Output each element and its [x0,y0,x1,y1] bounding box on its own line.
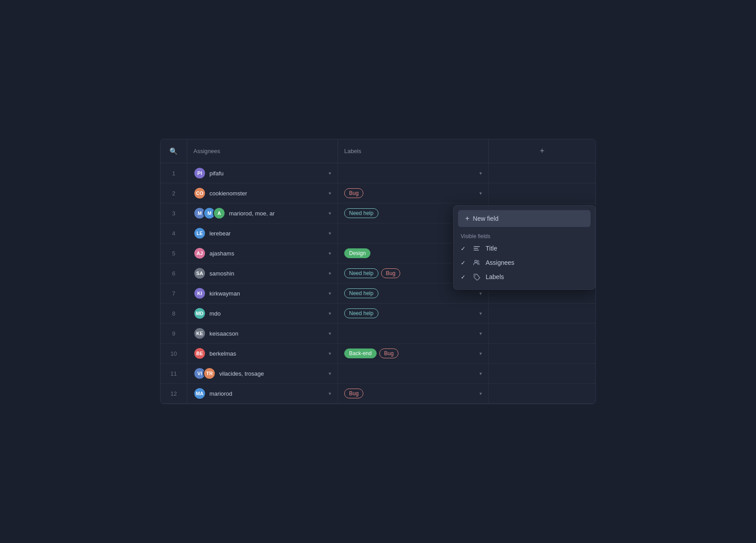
row-labels-cell[interactable]: ▾ [338,364,489,383]
row-labels-cell[interactable]: Back-endBug▾ [338,344,489,363]
avatar: SA [193,267,206,280]
search-icon[interactable]: 🔍 [169,147,178,155]
avatar: KI [193,287,206,300]
row-extra-cell [489,384,595,403]
assignees-chevron-icon[interactable]: ▾ [329,351,331,357]
row-extra-cell [489,183,595,203]
labels-header-label: Labels [344,148,361,154]
row-assignees-cell[interactable]: LElerebear▾ [187,223,338,243]
labels-chevron-icon[interactable]: ▾ [479,351,482,357]
label-badge: Need help [344,308,378,318]
row-number: 5 [161,243,187,263]
assignees-chevron-icon[interactable]: ▾ [329,311,331,316]
avatar: BE [193,347,206,360]
labels-chevron-icon[interactable]: ▾ [479,291,482,296]
assignee-name: kirkwayman [209,290,240,297]
new-field-button[interactable]: + New field [458,210,591,227]
row-assignees-cell[interactable]: PIpifafu▾ [187,163,338,183]
field-item-label: Labels [486,273,504,280]
assignee-name: ajashams [209,250,234,257]
row-assignees-cell[interactable]: MAmariorod▾ [187,384,338,403]
row-assignees-cell[interactable]: MDmdo▾ [187,304,338,323]
row-labels-cell[interactable]: ▾ [338,324,489,343]
main-table: 🔍 Assignees Labels + 1PIpifafu▾▾2COcooki… [160,139,596,404]
assignees-chevron-icon[interactable]: ▾ [329,251,331,256]
labels-header: Labels [338,139,489,163]
avatar: CO [193,187,206,199]
table-row: 11VITRvilacides, trosage▾▾ [161,364,595,384]
assignee-name: pifafu [209,170,224,177]
row-assignees-cell[interactable]: AJajashams▾ [187,243,338,263]
assignees-chevron-icon[interactable]: ▾ [329,271,331,276]
assignees-chevron-icon[interactable]: ▾ [329,291,331,296]
assignees-chevron-icon[interactable]: ▾ [329,190,331,196]
new-field-label: New field [473,215,499,222]
assignees-chevron-icon[interactable]: ▾ [329,211,331,216]
table-row: 12MAmariorod▾Bug▾ [161,384,595,404]
avatar-group: KE [193,327,206,340]
row-assignees-cell[interactable]: COcookienomster▾ [187,183,338,203]
row-extra-cell [489,304,595,323]
row-labels-cell[interactable]: Bug▾ [338,384,489,403]
row-num-header: 🔍 [161,139,187,163]
visible-fields-label: Visible fields [454,230,595,241]
field-item-labels[interactable]: ✓Labels [454,270,595,284]
table-row: 2COcookienomster▾Bug▾ [161,183,595,203]
assignees-chevron-icon[interactable]: ▾ [329,170,331,176]
svg-rect-0 [474,246,480,247]
avatar-group: AJ [193,247,206,259]
row-assignees-cell[interactable]: SAsamoshin▾ [187,263,338,283]
labels-chevron-icon[interactable]: ▾ [479,371,482,377]
label-badge: Bug [381,268,400,278]
row-number: 1 [161,163,187,183]
row-assignees-cell[interactable]: KIkirkwayman▾ [187,284,338,303]
svg-point-5 [475,276,476,276]
field-item-assignees[interactable]: ✓Assignees [454,255,595,270]
label-badge: Back-end [344,348,377,358]
field-dropdown-panel: + New field Visible fields ✓Title✓Assign… [453,205,595,290]
check-icon: ✓ [461,274,468,280]
field-item-title[interactable]: ✓Title [454,241,595,255]
label-badge: Bug [344,188,363,198]
svg-rect-1 [474,248,478,249]
assignee-name: mariorod, moe, ar [229,210,275,217]
labels-chevron-icon[interactable]: ▾ [479,311,482,316]
row-assignees-cell[interactable]: VITRvilacides, trosage▾ [187,364,338,383]
avatar-group: VITR [193,367,216,380]
table-header: 🔍 Assignees Labels + [161,139,595,163]
avatar-group: PI [193,167,206,179]
avatar: A [213,207,225,219]
table-row: 9KEkeisaacson▾▾ [161,324,595,344]
label-badge: Bug [379,348,398,358]
assignees-chevron-icon[interactable]: ▾ [329,331,331,336]
check-icon: ✓ [461,245,468,252]
svg-rect-2 [474,250,479,251]
row-number: 3 [161,203,187,223]
avatar-group: MD [193,307,206,320]
row-labels-cell[interactable]: Need help▾ [338,304,489,323]
add-column-header[interactable]: + [489,139,595,163]
row-extra-cell [489,364,595,383]
labels-chevron-icon[interactable]: ▾ [479,170,482,176]
labels-chevron-icon[interactable]: ▾ [479,391,482,397]
row-extra-cell [489,163,595,183]
label-badge: Need help [344,268,378,278]
assignees-chevron-icon[interactable]: ▾ [329,231,331,236]
avatar: MA [193,387,206,400]
assignees-chevron-icon[interactable]: ▾ [329,391,331,397]
labels-chevron-icon[interactable]: ▾ [479,331,482,336]
row-number: 6 [161,263,187,283]
label-badge: Need help [344,288,378,298]
row-assignees-cell[interactable]: MMAmariorod, moe, ar▾ [187,203,338,223]
avatar-group: CO [193,187,206,199]
row-assignees-cell[interactable]: BEberkelmas▾ [187,344,338,363]
row-labels-cell[interactable]: ▾ [338,163,489,183]
field-item-label: Title [486,245,497,252]
field-type-icon [472,273,481,280]
assignees-chevron-icon[interactable]: ▾ [329,371,331,377]
add-column-button[interactable]: + [538,145,547,158]
row-assignees-cell[interactable]: KEkeisaacson▾ [187,324,338,343]
labels-chevron-icon[interactable]: ▾ [479,190,482,196]
assignee-name: vilacides, trosage [219,370,264,377]
row-labels-cell[interactable]: Bug▾ [338,183,489,203]
